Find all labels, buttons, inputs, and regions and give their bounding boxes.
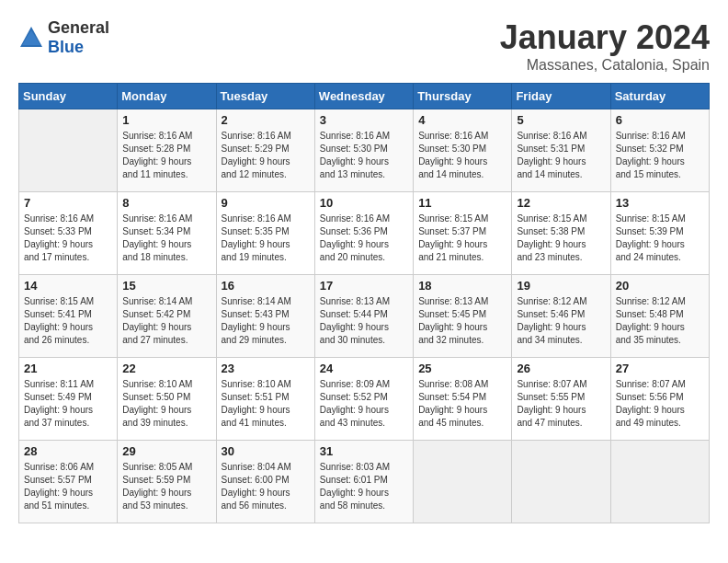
calendar-cell	[512, 441, 610, 523]
week-row-3: 14Sunrise: 8:15 AMSunset: 5:41 PMDayligh…	[19, 275, 710, 358]
calendar-cell: 28Sunrise: 8:06 AMSunset: 5:57 PMDayligh…	[19, 441, 118, 523]
day-number: 12	[517, 196, 605, 210]
day-number: 17	[320, 279, 408, 293]
column-header-friday: Friday	[512, 84, 610, 109]
day-info: Sunrise: 8:09 AMSunset: 5:52 PMDaylight:…	[320, 378, 408, 430]
month-title: January 2024	[500, 18, 710, 57]
day-number: 29	[122, 444, 210, 458]
day-info: Sunrise: 8:14 AMSunset: 5:42 PMDaylight:…	[122, 295, 210, 347]
calendar-cell	[414, 441, 512, 523]
day-number: 14	[24, 279, 112, 293]
calendar-cell: 6Sunrise: 8:16 AMSunset: 5:32 PMDaylight…	[610, 109, 709, 192]
calendar-cell: 2Sunrise: 8:16 AMSunset: 5:29 PMDaylight…	[216, 109, 314, 192]
calendar-cell: 18Sunrise: 8:13 AMSunset: 5:45 PMDayligh…	[414, 275, 512, 358]
day-info: Sunrise: 8:10 AMSunset: 5:51 PMDaylight:…	[222, 378, 310, 430]
day-number: 10	[320, 196, 408, 210]
column-header-sunday: Sunday	[19, 84, 118, 109]
day-number: 28	[24, 444, 112, 458]
header: General Blue January 2024 Massanes, Cata…	[18, 18, 710, 74]
day-info: Sunrise: 8:13 AMSunset: 5:45 PMDaylight:…	[418, 295, 506, 347]
day-number: 24	[320, 362, 408, 375]
calendar-cell: 22Sunrise: 8:10 AMSunset: 5:50 PMDayligh…	[118, 358, 216, 441]
day-info: Sunrise: 8:11 AMSunset: 5:49 PMDaylight:…	[24, 378, 112, 430]
day-info: Sunrise: 8:07 AMSunset: 5:56 PMDaylight:…	[616, 378, 704, 430]
day-number: 19	[517, 279, 605, 293]
calendar-cell: 24Sunrise: 8:09 AMSunset: 5:52 PMDayligh…	[314, 358, 413, 441]
calendar-cell: 11Sunrise: 8:15 AMSunset: 5:37 PMDayligh…	[414, 192, 512, 275]
calendar-cell: 7Sunrise: 8:16 AMSunset: 5:33 PMDaylight…	[19, 192, 118, 275]
day-info: Sunrise: 8:03 AMSunset: 6:01 PMDaylight:…	[320, 461, 408, 512]
calendar-table: SundayMondayTuesdayWednesdayThursdayFrid…	[18, 83, 710, 523]
calendar-cell	[19, 109, 118, 192]
day-number: 22	[122, 362, 210, 375]
day-number: 23	[222, 362, 310, 375]
logo-text: General Blue	[48, 18, 109, 57]
day-info: Sunrise: 8:04 AMSunset: 6:00 PMDaylight:…	[222, 461, 310, 512]
day-info: Sunrise: 8:16 AMSunset: 5:33 PMDaylight:…	[24, 213, 112, 264]
logo: General Blue	[18, 18, 109, 57]
calendar-cell: 29Sunrise: 8:05 AMSunset: 5:59 PMDayligh…	[118, 441, 216, 523]
day-info: Sunrise: 8:16 AMSunset: 5:35 PMDaylight:…	[222, 213, 310, 264]
calendar-cell: 14Sunrise: 8:15 AMSunset: 5:41 PMDayligh…	[19, 275, 118, 358]
week-row-1: 1Sunrise: 8:16 AMSunset: 5:28 PMDaylight…	[19, 109, 710, 192]
calendar-cell: 13Sunrise: 8:15 AMSunset: 5:39 PMDayligh…	[610, 192, 709, 275]
column-header-monday: Monday	[118, 84, 216, 109]
day-info: Sunrise: 8:16 AMSunset: 5:31 PMDaylight:…	[517, 130, 605, 181]
logo-blue: Blue	[48, 38, 84, 56]
day-number: 25	[418, 362, 506, 375]
day-number: 16	[222, 279, 310, 293]
calendar-cell: 1Sunrise: 8:16 AMSunset: 5:28 PMDaylight…	[118, 109, 216, 192]
calendar-cell: 5Sunrise: 8:16 AMSunset: 5:31 PMDaylight…	[512, 109, 610, 192]
day-number: 31	[320, 444, 408, 458]
day-info: Sunrise: 8:16 AMSunset: 5:34 PMDaylight:…	[122, 213, 210, 264]
calendar-cell: 3Sunrise: 8:16 AMSunset: 5:30 PMDaylight…	[314, 109, 413, 192]
calendar-cell: 23Sunrise: 8:10 AMSunset: 5:51 PMDayligh…	[216, 358, 314, 441]
calendar-header-row: SundayMondayTuesdayWednesdayThursdayFrid…	[19, 84, 710, 109]
day-number: 18	[418, 279, 506, 293]
day-info: Sunrise: 8:16 AMSunset: 5:30 PMDaylight:…	[320, 130, 408, 181]
column-header-wednesday: Wednesday	[314, 84, 413, 109]
day-info: Sunrise: 8:08 AMSunset: 5:54 PMDaylight:…	[418, 378, 506, 430]
title-area: January 2024 Massanes, Catalonia, Spain	[500, 18, 710, 74]
day-number: 13	[616, 196, 704, 210]
calendar-cell: 10Sunrise: 8:16 AMSunset: 5:36 PMDayligh…	[314, 192, 413, 275]
calendar-cell: 17Sunrise: 8:13 AMSunset: 5:44 PMDayligh…	[314, 275, 413, 358]
calendar-cell: 12Sunrise: 8:15 AMSunset: 5:38 PMDayligh…	[512, 192, 610, 275]
day-info: Sunrise: 8:16 AMSunset: 5:30 PMDaylight:…	[418, 130, 506, 181]
logo-icon	[18, 25, 44, 51]
day-number: 6	[616, 113, 704, 127]
day-info: Sunrise: 8:15 AMSunset: 5:39 PMDaylight:…	[616, 213, 704, 264]
day-number: 15	[122, 279, 210, 293]
day-number: 2	[222, 113, 310, 127]
calendar-cell: 8Sunrise: 8:16 AMSunset: 5:34 PMDaylight…	[118, 192, 216, 275]
day-number: 26	[517, 362, 605, 375]
day-info: Sunrise: 8:13 AMSunset: 5:44 PMDaylight:…	[320, 295, 408, 347]
location-title: Massanes, Catalonia, Spain	[500, 57, 710, 74]
day-info: Sunrise: 8:16 AMSunset: 5:29 PMDaylight:…	[222, 130, 310, 181]
day-number: 5	[517, 113, 605, 127]
day-info: Sunrise: 8:16 AMSunset: 5:28 PMDaylight:…	[122, 130, 210, 181]
column-header-saturday: Saturday	[610, 84, 709, 109]
day-number: 21	[24, 362, 112, 375]
day-number: 27	[616, 362, 704, 375]
calendar-cell: 16Sunrise: 8:14 AMSunset: 5:43 PMDayligh…	[216, 275, 314, 358]
calendar-cell: 4Sunrise: 8:16 AMSunset: 5:30 PMDaylight…	[414, 109, 512, 192]
calendar-cell	[610, 441, 709, 523]
day-number: 8	[122, 196, 210, 210]
day-number: 1	[122, 113, 210, 127]
day-number: 20	[616, 279, 704, 293]
calendar-cell: 15Sunrise: 8:14 AMSunset: 5:42 PMDayligh…	[118, 275, 216, 358]
calendar-cell: 26Sunrise: 8:07 AMSunset: 5:55 PMDayligh…	[512, 358, 610, 441]
day-info: Sunrise: 8:12 AMSunset: 5:46 PMDaylight:…	[517, 295, 605, 347]
svg-marker-1	[22, 30, 40, 45]
day-number: 4	[418, 113, 506, 127]
day-number: 11	[418, 196, 506, 210]
logo-general: General	[48, 18, 109, 37]
day-info: Sunrise: 8:14 AMSunset: 5:43 PMDaylight:…	[222, 295, 310, 347]
day-number: 7	[24, 196, 112, 210]
day-info: Sunrise: 8:12 AMSunset: 5:48 PMDaylight:…	[616, 295, 704, 347]
day-info: Sunrise: 8:15 AMSunset: 5:37 PMDaylight:…	[418, 213, 506, 264]
calendar-cell: 21Sunrise: 8:11 AMSunset: 5:49 PMDayligh…	[19, 358, 118, 441]
week-row-2: 7Sunrise: 8:16 AMSunset: 5:33 PMDaylight…	[19, 192, 710, 275]
column-header-thursday: Thursday	[414, 84, 512, 109]
